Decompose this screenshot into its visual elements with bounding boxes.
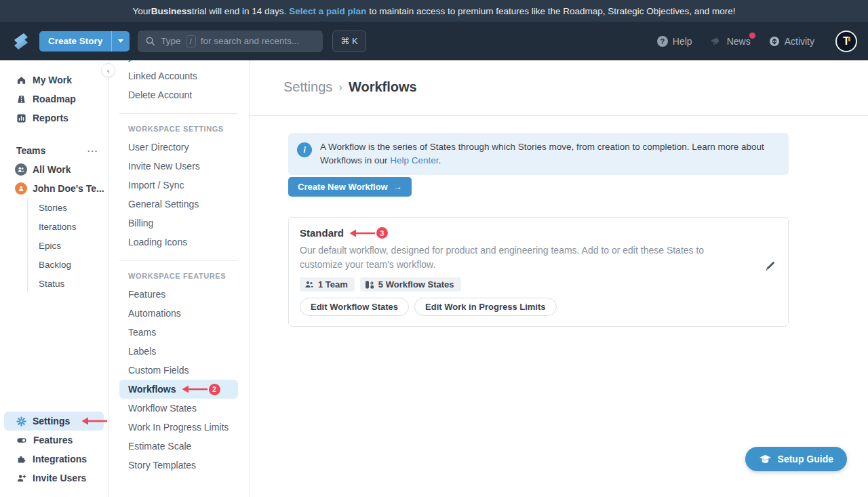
activity-menu[interactable]: Activity bbox=[769, 36, 814, 47]
arrow-right-icon: → bbox=[393, 182, 402, 192]
workflow-card-title[interactable]: Standard bbox=[300, 227, 344, 239]
create-new-workflow-button[interactable]: Create New Workflow → bbox=[288, 177, 412, 197]
sidebar-subitem-backlog[interactable]: Backlog bbox=[28, 255, 108, 274]
home-icon bbox=[16, 75, 26, 85]
sidebar-item-label: Features bbox=[33, 435, 73, 445]
edit-wip-limits-button[interactable]: Edit Work in Progress Limits bbox=[414, 298, 556, 316]
settings-nav-labels[interactable]: Labels bbox=[108, 342, 249, 361]
sidebar-subitem-stories[interactable]: Stories bbox=[28, 198, 108, 217]
select-paid-plan-link[interactable]: Select a paid plan bbox=[289, 6, 366, 16]
search-placeholder: for search and recents... bbox=[201, 36, 300, 46]
sidebar-item-my-work[interactable]: My Work bbox=[0, 71, 108, 90]
settings-nav-general-settings[interactable]: General Settings bbox=[108, 195, 249, 214]
sidebar-item-integrations[interactable]: Integrations bbox=[0, 450, 108, 469]
settings-nav-custom-fields[interactable]: Custom Fields bbox=[108, 361, 249, 380]
settings-nav-import-sync[interactable]: Import / Sync bbox=[108, 176, 249, 195]
sidebar-subitem-epics[interactable]: Epics bbox=[28, 236, 108, 255]
workspace-features-section-label: WORKSPACE FEATURES bbox=[108, 262, 249, 285]
settings-nav: y Linked Accounts Delete Account WORKSPA… bbox=[108, 60, 250, 497]
breadcrumb-settings[interactable]: Settings bbox=[283, 79, 332, 95]
team-john-does[interactable]: John Doe's Te... bbox=[0, 179, 108, 198]
sidebar-item-settings[interactable]: Settings 1 bbox=[4, 412, 104, 431]
breadcrumb-separator-icon: › bbox=[338, 81, 342, 94]
settings-nav-user-directory[interactable]: User Directory bbox=[108, 138, 249, 157]
info-icon: i bbox=[297, 142, 312, 157]
teams-overflow-menu-icon[interactable]: ··· bbox=[87, 146, 98, 156]
annotation-arrow-icon bbox=[181, 384, 208, 394]
question-mark-icon: ? bbox=[657, 36, 668, 47]
settings-nav-item-label: Workflows bbox=[128, 384, 176, 395]
settings-nav-workflow-states[interactable]: Workflow States bbox=[108, 399, 249, 418]
edit-pencil-icon[interactable] bbox=[765, 260, 776, 271]
sidebar-item-label: Roadmap bbox=[33, 94, 76, 104]
settings-nav-billing[interactable]: Billing bbox=[108, 214, 249, 233]
command-k-shortcut[interactable]: ⌘ K bbox=[332, 31, 366, 52]
team-label: All Work bbox=[33, 164, 71, 175]
team-all-work[interactable]: All Work bbox=[0, 160, 108, 179]
annotation-3: 3 bbox=[349, 227, 388, 239]
sidebar-item-features[interactable]: Features bbox=[0, 431, 108, 450]
settings-nav-workflows[interactable]: Workflows 2 bbox=[119, 380, 238, 399]
info-text: . bbox=[439, 155, 441, 165]
main-content: Settings › Workflows i A Workflow is the… bbox=[250, 60, 868, 497]
sidebar-collapse-button[interactable]: ‹ bbox=[101, 63, 115, 77]
settings-nav-teams[interactable]: Teams bbox=[108, 323, 249, 342]
trial-text: Your bbox=[132, 6, 151, 16]
settings-nav-invite-new-users[interactable]: Invite New Users bbox=[108, 157, 249, 176]
sidebar-subitem-status[interactable]: Status bbox=[28, 274, 108, 293]
search-icon bbox=[145, 36, 155, 46]
settings-nav-wip-limits[interactable]: Work In Progress Limits bbox=[108, 418, 249, 437]
settings-nav-estimate-scale[interactable]: Estimate Scale bbox=[108, 437, 249, 456]
settings-nav-features[interactable]: Features bbox=[108, 285, 249, 304]
gear-icon bbox=[16, 416, 26, 426]
settings-nav-linked-accounts[interactable]: Linked Accounts bbox=[108, 66, 249, 85]
create-story-label: Create Story bbox=[39, 36, 111, 46]
setup-guide-button[interactable]: Setup Guide bbox=[745, 447, 847, 471]
news-label: News bbox=[727, 36, 751, 47]
sidebar-item-label: Reports bbox=[33, 113, 68, 123]
help-center-link[interactable]: Help Center bbox=[390, 155, 438, 165]
sidebar-item-roadmap[interactable]: Roadmap bbox=[0, 90, 108, 108]
settings-nav-story-templates[interactable]: Story Templates bbox=[108, 456, 249, 475]
teams-label: Teams bbox=[16, 145, 45, 156]
slash-key-icon: / bbox=[186, 35, 196, 47]
team-label: John Doe's Te... bbox=[33, 183, 104, 194]
primary-sidebar: My Work Roadmap Reports Teams ··· bbox=[0, 60, 108, 497]
person-icon bbox=[17, 184, 25, 193]
annotation-2: 2 bbox=[181, 384, 220, 395]
help-menu[interactable]: ? Help bbox=[657, 36, 692, 47]
workflow-icon bbox=[365, 280, 374, 290]
activity-label: Activity bbox=[785, 36, 814, 47]
settings-nav-clipped-item[interactable]: y bbox=[108, 60, 249, 66]
teams-section-header: Teams ··· bbox=[0, 141, 108, 160]
search-input[interactable]: Type / for search and recents... bbox=[138, 31, 323, 52]
all-work-avatar bbox=[15, 163, 27, 176]
chevron-left-icon: ‹ bbox=[107, 66, 110, 75]
workspace-avatar[interactable]: T bbox=[835, 31, 857, 52]
trial-banner: Your Business trial will end in 14 days.… bbox=[0, 0, 868, 22]
create-story-button[interactable]: Create Story bbox=[39, 31, 130, 52]
news-menu[interactable]: News bbox=[711, 36, 751, 47]
sidebar-item-label: Integrations bbox=[33, 454, 87, 464]
app-header: Create Story Type / for search and recen… bbox=[0, 22, 868, 60]
settings-nav-automations[interactable]: Automations bbox=[108, 304, 249, 323]
sidebar-item-reports[interactable]: Reports bbox=[0, 108, 108, 127]
edit-workflow-states-button[interactable]: Edit Workflow States bbox=[300, 298, 409, 316]
create-story-dropdown[interactable] bbox=[111, 31, 130, 52]
sidebar-item-invite-users[interactable]: Invite Users bbox=[0, 469, 108, 488]
header-right: ? Help News Activity T bbox=[657, 31, 857, 52]
workflow-info-banner: i A Workflow is the series of States thr… bbox=[288, 133, 789, 175]
shortcut-logo-icon[interactable] bbox=[11, 31, 31, 52]
person-plus-icon bbox=[16, 473, 26, 483]
sidebar-subitem-iterations[interactable]: Iterations bbox=[28, 217, 108, 236]
settings-nav-delete-account[interactable]: Delete Account bbox=[108, 85, 249, 104]
divider bbox=[250, 115, 868, 116]
team-avatar bbox=[15, 182, 27, 195]
breadcrumb: Settings › Workflows bbox=[283, 79, 417, 95]
chevron-down-icon bbox=[118, 39, 123, 43]
graduation-cap-icon bbox=[759, 454, 772, 464]
megaphone-icon bbox=[711, 36, 722, 46]
settings-nav-loading-icons[interactable]: Loading Icons bbox=[108, 233, 249, 252]
bar-chart-icon bbox=[16, 113, 26, 123]
page-title: Workflows bbox=[349, 79, 417, 95]
